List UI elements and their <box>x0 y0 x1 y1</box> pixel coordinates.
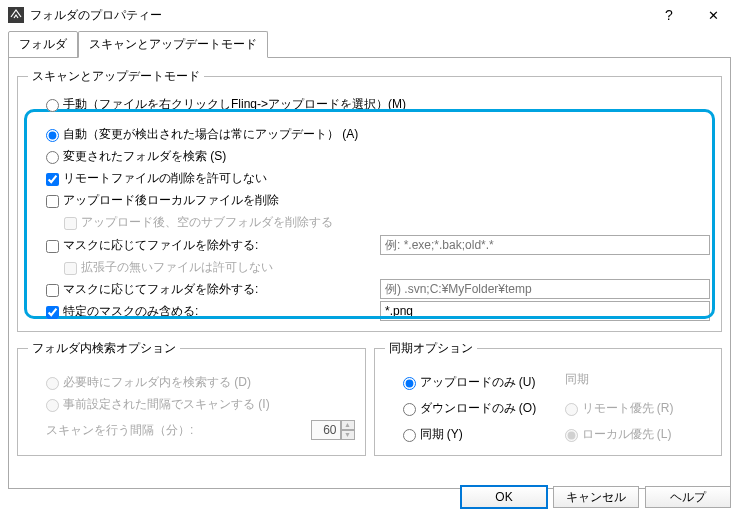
include-only-mask-check[interactable] <box>46 306 59 319</box>
download-only-label: ダウンロードのみ (O) <box>420 399 537 417</box>
exclude-folder-mask-label: マスクに応じてフォルダを除外する: <box>63 280 258 298</box>
search-when-needed-label: 必要時にフォルダ内を検索する (D) <box>63 373 251 391</box>
search-preset-interval-label: 事前設定された間隔でスキャンする (I) <box>63 395 270 413</box>
local-priority-radio <box>565 429 578 442</box>
search-when-needed-radio <box>46 377 59 390</box>
cancel-button[interactable]: キャンセル <box>553 486 639 508</box>
tab-folder[interactable]: フォルダ <box>8 31 78 58</box>
ok-button[interactable]: OK <box>461 486 547 508</box>
delete-local-after-upload-check[interactable] <box>46 195 59 208</box>
sync-label: 同期 (Y) <box>420 425 463 443</box>
tab-scan-update[interactable]: スキャンとアップデートモード <box>78 31 268 58</box>
delete-empty-subfolder-check <box>64 217 77 230</box>
disallow-no-ext-label: 拡張子の無いファイルは許可しない <box>81 258 273 276</box>
search-preset-interval-radio <box>46 399 59 412</box>
exclude-file-mask-input <box>380 235 710 255</box>
close-button[interactable]: ✕ <box>691 1 735 29</box>
upload-only-label: アップロードのみ (U) <box>420 373 536 391</box>
include-only-mask-label: 特定のマスクのみ含める: <box>63 302 198 320</box>
remote-priority-radio <box>565 403 578 416</box>
scan-interval-down: ▼ <box>341 430 355 440</box>
mode-auto-radio[interactable] <box>46 129 59 142</box>
exclude-file-mask-label: マスクに応じてファイルを除外する: <box>63 236 258 254</box>
include-only-mask-input[interactable] <box>380 301 710 321</box>
exclude-file-mask-check[interactable] <box>46 240 59 253</box>
upload-only-radio[interactable] <box>403 377 416 390</box>
sync-radio[interactable] <box>403 429 416 442</box>
mode-manual-radio[interactable] <box>46 99 59 112</box>
scan-interval-label: スキャンを行う間隔（分）: <box>46 421 311 439</box>
delete-local-after-upload-label: アップロード後ローカルファイルを削除 <box>63 191 279 209</box>
mode-search-changed-radio[interactable] <box>46 151 59 164</box>
mode-search-changed-label: 変更されたフォルダを検索 (S) <box>63 147 226 165</box>
help-button[interactable]: ? <box>647 1 691 29</box>
mode-manual-label: 手動（ファイルを右クリックしFling->アップロードを選択）(M) <box>63 95 406 113</box>
sync-opts-legend: 同期オプション <box>385 340 477 357</box>
local-priority-label: ローカル優先 (L) <box>582 425 672 443</box>
app-icon <box>8 7 24 23</box>
download-only-radio[interactable] <box>403 403 416 416</box>
disallow-no-ext-check <box>64 262 77 275</box>
window-title: フォルダのプロパティー <box>30 7 647 24</box>
disallow-remote-delete-label: リモートファイルの削除を許可しない <box>63 169 267 187</box>
sync-header: 同期 <box>565 371 712 393</box>
disallow-remote-delete-check[interactable] <box>46 173 59 186</box>
remote-priority-label: リモート優先 (R) <box>582 399 674 417</box>
exclude-folder-mask-input <box>380 279 710 299</box>
mode-auto-label: 自動（変更が検出された場合は常にアップデート） (A) <box>63 125 358 143</box>
scan-interval-input <box>311 420 341 440</box>
delete-empty-subfolder-label: アップロード後、空のサブフォルダを削除する <box>81 213 333 231</box>
scan-interval-up: ▲ <box>341 420 355 430</box>
help-button-bottom[interactable]: ヘルプ <box>645 486 731 508</box>
folder-search-legend: フォルダ内検索オプション <box>28 340 180 357</box>
exclude-folder-mask-check[interactable] <box>46 284 59 297</box>
scan-mode-legend: スキャンとアップデートモード <box>28 68 204 85</box>
